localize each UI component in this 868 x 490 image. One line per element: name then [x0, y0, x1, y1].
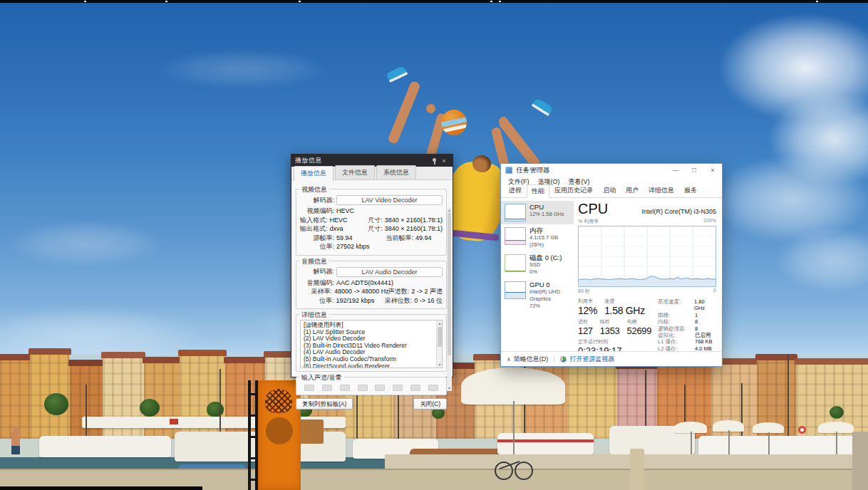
building-roof	[795, 358, 868, 365]
playback-info-body: 视频信息 解码器: LAV Video Decoder 视频编码:HEVC输入格…	[291, 180, 453, 412]
cpu-usage-chart[interactable]	[578, 226, 716, 287]
umbrella-pole	[836, 432, 837, 457]
task-manager-window: 任务管理器 — □ × 文件(F)选项(O)查看(V) 进程性能应用历史记录启动…	[500, 163, 723, 367]
listbox-scrollbar[interactable]: ▲▼	[436, 320, 442, 368]
stat-句柄: 句柄52699	[627, 318, 652, 336]
stone-pillar	[852, 432, 868, 490]
basketball	[441, 110, 467, 135]
maximize-icon[interactable]: □	[685, 164, 703, 177]
pin-icon[interactable]	[429, 157, 439, 165]
bottom-edge-bar	[0, 486, 202, 490]
building-roof	[755, 354, 797, 360]
video-decoder-label: 解码器:	[300, 196, 334, 205]
sidebar-item-text: GPU 0Intel(R) UHD Graphics72%	[529, 281, 572, 310]
tab-性能[interactable]: 性能	[527, 184, 549, 198]
tab-启动[interactable]: 启动	[598, 184, 621, 197]
playback-info-window: 播放信息 × 播放信息文件信息系统信息 视频信息 解码器: LAV Video …	[291, 154, 453, 377]
umbrella-pole	[768, 432, 770, 456]
audio-info-group: 音频信息 解码器: LAV Audio Decoder 音频编码:AAC ADT…	[296, 261, 447, 310]
top-bar-tick	[84, 1, 86, 2]
spec-label: L2 缓存:	[658, 345, 695, 351]
building-roof	[224, 357, 267, 363]
close-icon[interactable]: ×	[703, 164, 722, 177]
task-manager-icon	[505, 167, 512, 174]
minimize-icon[interactable]: —	[666, 164, 685, 177]
audio-decoder-value[interactable]: LAV Audio Decoder	[336, 267, 443, 277]
boat-stripe	[497, 439, 594, 442]
stat-value: 12%	[578, 305, 597, 316]
sidebar-item-detail: 0%	[529, 269, 562, 276]
mini-graph	[505, 204, 526, 221]
sidebar-item-name: GPU 0	[529, 281, 572, 288]
pedestrian-figure	[10, 426, 21, 463]
mini-graph	[505, 254, 526, 272]
stat-label: 句柄	[627, 318, 652, 325]
channel-meter	[358, 385, 368, 391]
input-volume-label: 输入声道/音量	[299, 373, 344, 382]
tab-播放信息[interactable]: 播放信息	[294, 166, 334, 180]
sidebar-item-name: CPU	[529, 204, 564, 211]
tab-服务[interactable]: 服务	[679, 184, 702, 197]
stat-label: 速度	[604, 298, 645, 305]
channel-meter	[410, 385, 420, 391]
video-info-label: 视频信息	[299, 185, 329, 194]
video-decoder-value[interactable]: LAV Video Decoder	[336, 195, 443, 205]
spec-value: 1.80 GHz	[694, 298, 716, 312]
channel-meter	[375, 385, 385, 391]
open-resource-monitor-link[interactable]: 打开资源监视器	[569, 355, 614, 364]
tab-进程[interactable]: 进程	[504, 184, 527, 197]
sidebar-item-磁盘 0 (C:)[interactable]: 磁盘 0 (C:)SSD0%	[501, 251, 574, 278]
task-manager-titlebar[interactable]: 任务管理器 — □ ×	[501, 164, 722, 177]
playback-info-title: 播放信息	[295, 156, 429, 165]
boat-mast	[787, 355, 789, 442]
player-hand	[426, 104, 435, 113]
basketball-shadow	[266, 417, 293, 444]
chart-y-label: % 利用率	[578, 218, 599, 225]
details-group: 详细信息 [滤镜使用列表](1) LAV Splitter Source(2) …	[296, 314, 447, 372]
mini-graph-fill	[505, 271, 525, 271]
info-row: 输出格式:dxva尺寸:3840 × 2160(1.78:1)	[300, 225, 443, 232]
task-manager-title: 任务管理器	[516, 166, 666, 175]
details-label: 详细信息	[299, 311, 329, 320]
spec-value: 8	[695, 318, 698, 325]
sidebar-item-GPU 0[interactable]: GPU 0Intel(R) UHD Graphics72%	[501, 278, 574, 313]
tab-系统信息[interactable]: 系统信息	[376, 165, 416, 179]
top-bar-tick	[499, 1, 501, 2]
filter-list-box[interactable]: [滤镜使用列表](1) LAV Splitter Source(2) LAV V…	[300, 320, 443, 368]
sidebar-item-name: 磁盘 0 (C:)	[529, 254, 562, 261]
mini-graph-fill	[505, 240, 525, 244]
channel-meters	[300, 382, 443, 392]
spec-value: 8	[695, 325, 698, 332]
desktop-wallpaper: 播放信息 × 播放信息文件信息系统信息 视频信息 解码器: LAV Video …	[0, 0, 868, 490]
chevron-up-icon[interactable]: ∧	[507, 356, 511, 363]
stat-进程: 进程127	[578, 318, 593, 336]
sidebar-item-内存[interactable]: 内存4.1/15.7 GB (26%)	[501, 224, 574, 251]
copy-to-clipboard-button[interactable]: 复制到剪贴板(A)	[296, 398, 353, 410]
tab-用户[interactable]: 用户	[621, 184, 644, 197]
bicycle-wheel	[515, 462, 533, 480]
sidebar-item-detail: Intel(R) UHD Graphics	[529, 288, 572, 303]
building-roof	[143, 357, 181, 363]
boat-mast	[86, 385, 87, 439]
building-roof	[178, 350, 227, 356]
fewer-details-toggle[interactable]: 简略信息(D)	[514, 355, 549, 364]
player-hand	[499, 117, 508, 126]
spec-label: 基准速度:	[658, 298, 694, 312]
tab-详细信息[interactable]: 详细信息	[644, 184, 679, 197]
tab-文件信息[interactable]: 文件信息	[335, 165, 375, 179]
stat-利用率: 利用率12%	[578, 298, 597, 316]
close-icon[interactable]: ×	[439, 157, 449, 165]
sun-umbrella	[461, 368, 565, 405]
tab-应用历史记录[interactable]: 应用历史记录	[549, 184, 598, 197]
resource-monitor-icon	[560, 356, 567, 363]
close-button[interactable]: 关闭(C)	[413, 398, 447, 410]
info-row: 源帧率:59.94当前帧率:49.94	[300, 234, 443, 241]
sidebar-item-CPU[interactable]: CPU12% 1.58 GHz	[501, 201, 574, 224]
top-bar-tick	[299, 1, 301, 2]
input-volume-group: 输入声道/音量	[296, 377, 447, 395]
sun-umbrella	[674, 422, 707, 433]
window-scrollbar[interactable]: ▲▼	[447, 207, 452, 391]
info-row: 视频编码:HEVC	[300, 207, 443, 214]
sidebar-item-detail: 12% 1.58 GHz	[529, 211, 564, 218]
top-edge-bar	[0, 0, 868, 3]
